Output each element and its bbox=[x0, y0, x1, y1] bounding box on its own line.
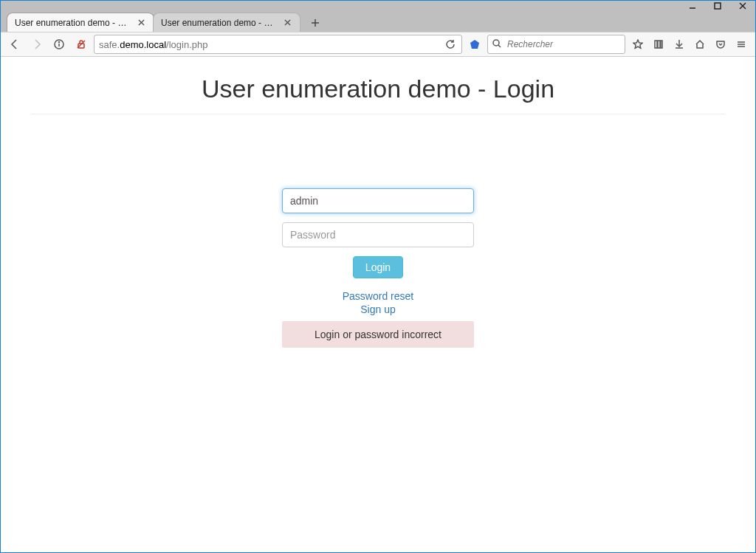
insecure-connection-icon[interactable] bbox=[72, 35, 91, 54]
downloads-icon[interactable] bbox=[670, 35, 689, 54]
window-maximize-button[interactable] bbox=[707, 1, 729, 11]
password-input[interactable] bbox=[282, 222, 474, 247]
home-icon[interactable] bbox=[690, 35, 709, 54]
back-button[interactable] bbox=[5, 35, 24, 54]
forward-button[interactable] bbox=[27, 35, 47, 54]
site-info-icon[interactable] bbox=[49, 35, 69, 54]
extension-icon[interactable] bbox=[465, 35, 484, 54]
navigation-bar: safe.demo.local/login.php bbox=[1, 32, 755, 57]
library-icon[interactable] bbox=[649, 35, 668, 54]
tab-strip: User enumeration demo - Login User enume… bbox=[1, 11, 755, 32]
browser-window: User enumeration demo - Login User enume… bbox=[0, 0, 756, 553]
login-form: Login Password reset Sign up Login or pa… bbox=[282, 188, 474, 348]
svg-rect-1 bbox=[715, 3, 721, 9]
username-input[interactable] bbox=[282, 188, 474, 213]
svg-rect-20 bbox=[661, 41, 662, 48]
svg-marker-17 bbox=[633, 40, 642, 48]
url-text: safe.demo.local/login.php bbox=[99, 39, 439, 50]
address-bar[interactable]: safe.demo.local/login.php bbox=[94, 35, 462, 54]
reload-icon[interactable] bbox=[444, 35, 457, 54]
search-input[interactable] bbox=[506, 38, 620, 50]
svg-rect-18 bbox=[655, 41, 657, 48]
svg-rect-19 bbox=[658, 41, 660, 48]
pocket-icon[interactable] bbox=[711, 35, 730, 54]
password-reset-link[interactable]: Password reset bbox=[282, 290, 474, 302]
tab-label: User enumeration demo - Login bbox=[15, 18, 131, 28]
signup-link[interactable]: Sign up bbox=[282, 303, 474, 315]
new-tab-button[interactable] bbox=[305, 14, 326, 32]
browser-tab[interactable]: User enumeration demo - Login bbox=[7, 13, 154, 32]
bookmark-star-icon[interactable] bbox=[628, 35, 647, 54]
error-alert: Login or password incorrect bbox=[282, 321, 474, 348]
page-title: User enumeration demo - Login bbox=[31, 75, 725, 103]
svg-point-15 bbox=[493, 40, 499, 46]
page-viewport: User enumeration demo - Login Login Pass… bbox=[1, 57, 755, 552]
tab-close-icon[interactable] bbox=[282, 18, 292, 28]
svg-point-12 bbox=[59, 42, 60, 43]
url-prefix: safe. bbox=[99, 39, 120, 50]
login-button[interactable]: Login bbox=[353, 256, 403, 278]
search-icon bbox=[492, 39, 501, 50]
divider bbox=[31, 114, 725, 114]
url-path: /login.php bbox=[166, 39, 207, 50]
search-bar[interactable] bbox=[487, 35, 625, 54]
menu-icon[interactable] bbox=[732, 35, 751, 54]
tab-close-icon[interactable] bbox=[136, 18, 146, 28]
url-host: demo.local bbox=[120, 39, 166, 50]
window-close-button[interactable] bbox=[732, 1, 754, 11]
toolbar-right bbox=[628, 35, 751, 54]
svg-line-16 bbox=[498, 45, 501, 47]
tab-label: User enumeration demo - Login bbox=[161, 18, 278, 28]
window-minimize-button[interactable] bbox=[681, 1, 704, 11]
window-titlebar bbox=[1, 1, 755, 11]
browser-tab[interactable]: User enumeration demo - Login bbox=[153, 13, 300, 32]
